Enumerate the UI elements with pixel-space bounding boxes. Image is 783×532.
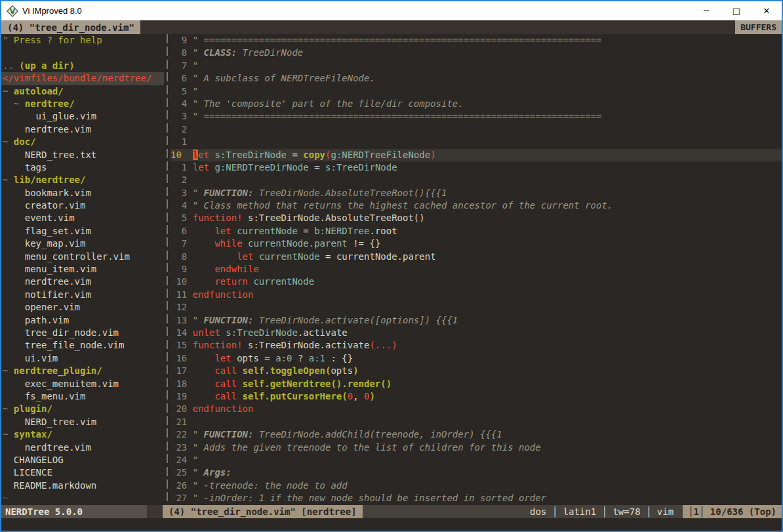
code-line[interactable]: 20endfunction (171, 403, 782, 415)
status-gap (147, 505, 163, 518)
close-button[interactable]: ✕ (752, 1, 782, 20)
code-line[interactable]: 9" =====================================… (171, 34, 782, 47)
code-line[interactable]: 18 call self.getNerdtree().render() (171, 378, 782, 390)
tree-item[interactable]: key_map.vim (3, 237, 164, 250)
code-line[interactable]: 12 (171, 301, 782, 314)
code-token: " (193, 467, 204, 478)
tree-item[interactable]: .. (up a dir) (3, 60, 164, 72)
minimize-button[interactable]: ─ (691, 1, 721, 20)
tree-item[interactable]: CHANGELOG (3, 454, 164, 466)
editor-buffer[interactable]: 9" =====================================… (171, 34, 782, 505)
tree-item[interactable]: ui_glue.vim (3, 110, 164, 123)
code-token (193, 251, 237, 262)
tree-item[interactable]: path.vim (3, 314, 164, 327)
tree-item[interactable]: ~ lib/nerdtree/ (3, 174, 164, 186)
tree-item[interactable]: ~ nerdtree_plugin/ (3, 365, 164, 377)
code-line[interactable]: 5" (171, 85, 782, 98)
tree-item[interactable]: flag_set.vim (3, 225, 164, 237)
tree-item[interactable]: ui.vim (3, 352, 164, 365)
code-line[interactable]: 27" -inOrder: 1 if the new node should b… (171, 492, 782, 504)
tree-item[interactable]: NERD_tree.txt (3, 149, 164, 161)
code-line[interactable]: 23" Adds the given treenode to the list … (171, 441, 782, 454)
code-line[interactable]: 4" The 'composite' part of the file/dir … (171, 98, 782, 110)
code-line[interactable]: 6" A subclass of NERDTreeFileNode. (171, 72, 782, 85)
code-token: endfunction (193, 403, 254, 414)
code-token: call (214, 365, 237, 376)
tree-item[interactable]: ~ (3, 492, 164, 504)
code-line[interactable]: 10 return currentNode (171, 276, 782, 288)
code-line[interactable]: 24" (171, 454, 782, 466)
code-line[interactable]: 1let g:NERDTreeDirNode = s:TreeDirNode (171, 161, 782, 174)
code-line[interactable]: 4" Class method that returns the highest… (171, 199, 782, 212)
code-line[interactable]: 14unlet s:TreeDirNode.activate (171, 327, 782, 339)
maximize-button[interactable]: □ (721, 1, 752, 20)
line-number: 6 (171, 225, 187, 237)
tree-item[interactable]: ~ autoload/ (3, 85, 164, 98)
code-line[interactable]: 2 (171, 123, 782, 136)
tab-tree-dir-node[interactable]: (4) "tree_dir_node.vim" (1, 20, 140, 34)
tree-item[interactable]: ~ syntax/ (3, 428, 164, 441)
code-line[interactable]: 16 let opts = a:0 ? a:1 : {} (171, 352, 782, 365)
code-line[interactable]: 25" Args: (171, 466, 782, 479)
line-number: 10 (171, 276, 187, 288)
code-line[interactable]: 19 call self.putCursorHere(0, 0) (171, 390, 782, 403)
tree-item[interactable]: README.markdown (3, 480, 164, 492)
code-line[interactable]: 6 let currentNode = b:NERDTree.root (171, 225, 782, 237)
code-token (193, 264, 215, 274)
status-options: dos │ latin1 │ tw=78 │ vim (530, 505, 683, 518)
tree-item[interactable]: menu_controller.vim (3, 251, 164, 263)
code-line[interactable]: 2 (171, 174, 782, 186)
code-line[interactable]: 8 let currentNode = currentNode.parent (171, 251, 782, 263)
code-line[interactable]: 3" =====================================… (171, 110, 782, 123)
code-line[interactable]: 8" CLASS: TreeDirNode (171, 47, 782, 59)
tree-item[interactable]: tree_file_node.vim (3, 339, 164, 352)
tree-item[interactable]: tags (3, 161, 164, 174)
code-line[interactable]: 22" FUNCTION: TreeDirNode.addChild(treen… (171, 428, 782, 441)
tree-item[interactable]: tree_dir_node.vim (3, 327, 164, 339)
code-token: key_map.vim (3, 238, 85, 249)
nerdtree-sidebar: " Press ? for help.. (up a dir)</vimfile… (1, 34, 164, 505)
tree-item[interactable]: creator.vim (3, 199, 164, 212)
code-line[interactable]: 21 (171, 416, 782, 428)
code-line[interactable]: 7" (171, 60, 782, 72)
tree-item[interactable]: fs_menu.vim (3, 390, 164, 403)
code-line[interactable]: 17 call self.toggleOpen(opts) (171, 365, 782, 377)
code-line[interactable]: 26" -treenode: the node to add (171, 480, 782, 492)
tree-item[interactable]: notifier.vim (3, 289, 164, 301)
code-token (253, 251, 258, 262)
code-line[interactable]: 7 while currentNode.parent != {} (171, 237, 782, 250)
code-token: g:NERDTreeFileNode (331, 150, 430, 160)
tree-item[interactable]: ~ nerdtree/ (3, 98, 164, 110)
tree-item[interactable]: " Press ? for help (3, 34, 164, 47)
tree-item[interactable]: bookmark.vim (3, 187, 164, 199)
tree-item[interactable]: nerdtree.vim (3, 123, 164, 136)
tree-item[interactable]: LICENCE (3, 466, 164, 479)
tree-item[interactable]: nerdtree.vim (3, 441, 164, 454)
code-line[interactable]: 5function! s:TreeDirNode.AbsoluteTreeRoo… (171, 212, 782, 224)
code-token: menu_item.vim (3, 264, 96, 274)
tree-item[interactable]: ~ doc/ (3, 136, 164, 148)
code-line-cursor[interactable]: 10let s:TreeDirNode = copy(g:NERDTreeFil… (171, 149, 782, 161)
code-token: a:0 (275, 353, 292, 363)
tree-item[interactable]: event.vim (3, 212, 164, 224)
tree-item[interactable]: menu_item.vim (3, 263, 164, 276)
tree-root-item[interactable]: </vimfiles/bundle/nerdtree/ (1, 72, 164, 85)
tree-item[interactable]: nerdtree.vim (3, 276, 164, 288)
code-line[interactable]: 11endfunction (171, 289, 782, 301)
code-token: syntax/ (14, 429, 52, 440)
tree-item[interactable] (3, 47, 164, 59)
code-line[interactable]: 3" FUNCTION: TreeDirNode.AbsoluteTreeRoo… (171, 187, 782, 199)
tree-item[interactable]: exec_menuitem.vim (3, 378, 164, 390)
code-line[interactable]: 15function! s:TreeDirNode.activate(...) (171, 339, 782, 352)
title-bar[interactable]: V Vi IMproved 8.0 ─ □ ✕ (1, 1, 782, 20)
tree-item[interactable]: ~ plugin/ (3, 403, 164, 415)
code-line[interactable]: 9 endwhile (171, 263, 782, 276)
tree-item[interactable]: opener.vim (3, 301, 164, 314)
tree-item[interactable]: NERD_tree.vim (3, 416, 164, 428)
window-separator[interactable] (164, 34, 171, 505)
code-token: " Adds the given treenode to the list of… (193, 442, 541, 453)
code-line[interactable]: 13" FUNCTION: TreeDirNode.activate([opti… (171, 314, 782, 327)
code-line[interactable]: 1 (171, 136, 782, 148)
command-line[interactable] (1, 518, 782, 531)
code-token: ~ (3, 365, 14, 376)
